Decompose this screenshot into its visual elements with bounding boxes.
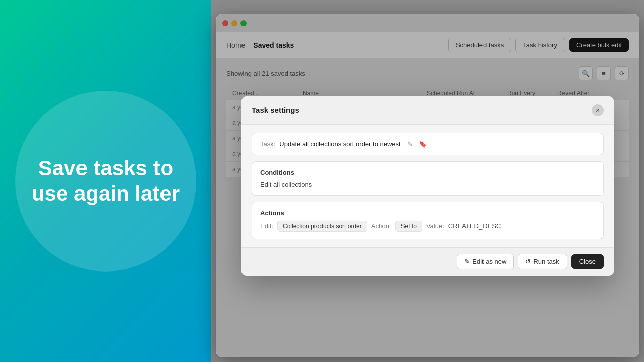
field-chip: Collection products sort order [277,221,367,232]
conditions-card: Conditions Edit all collections [252,161,604,196]
conditions-title: Conditions [260,169,595,176]
modal-close-button[interactable]: × [592,104,604,116]
value-label: Value: [426,222,444,230]
edit-as-new-button[interactable]: ✎ Edit as new [457,254,514,269]
hero-text: Save tasks to use again later [15,146,196,217]
action-value: CREATED_DESC [448,222,501,230]
task-value: Update all collections sort order to new… [279,140,400,148]
left-panel: Save tasks to use again later [0,0,211,362]
action-label: Action: [371,222,391,230]
edit-as-new-icon: ✎ [464,258,470,265]
run-task-icon: ↺ [525,258,531,265]
bookmark-task-button[interactable]: 🔖 [419,140,427,148]
task-settings-modal: Task settings × Task: Update all collect… [242,96,614,276]
modal-header: Task settings × [242,96,614,125]
actions-title: Actions [260,209,595,217]
task-card: Task: Update all collections sort order … [252,133,604,155]
app-window: Home Saved tasks Scheduled tasks Task hi… [216,14,639,357]
task-row: Task: Update all collections sort order … [260,140,595,148]
close-modal-button[interactable]: Close [571,254,604,269]
run-task-button[interactable]: ↺ Run task [518,254,567,269]
hero-circle: Save tasks to use again later [15,90,196,272]
modal-body: Task: Update all collections sort order … [242,125,614,247]
action-row: Edit: Collection products sort order Act… [260,221,595,232]
modal-title: Task settings [252,106,299,114]
modal-footer: ✎ Edit as new ↺ Run task Close [242,247,614,276]
edit-label: Edit: [260,222,273,230]
modal-overlay: Task settings × Task: Update all collect… [216,14,639,357]
right-panel: Home Saved tasks Scheduled tasks Task hi… [211,0,644,362]
action-chip: Set to [395,221,422,232]
actions-card: Actions Edit: Collection products sort o… [252,202,604,239]
close-icon: × [596,106,600,114]
conditions-value: Edit all collections [260,180,595,188]
task-label: Task: [260,140,275,148]
edit-task-name-button[interactable]: ✎ [407,140,413,148]
